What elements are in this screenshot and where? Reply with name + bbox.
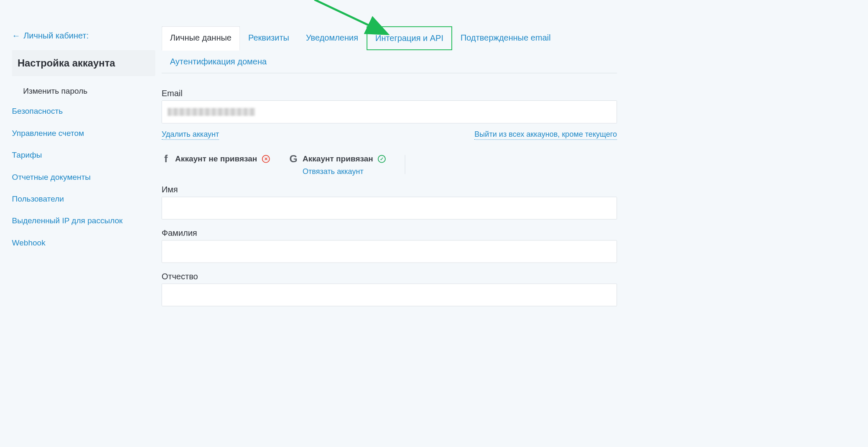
form-area: Email Удалить аккаунт Выйти из всех акка… [162, 73, 617, 306]
sidebar-item-label: Webhook [12, 238, 46, 247]
patronymic-field[interactable] [162, 284, 617, 306]
sidebar-item-users[interactable]: Пользователи [12, 194, 155, 204]
tabs: Личные данные Реквизиты Уведомления Инте… [162, 26, 617, 73]
sidebar-item-label: Тарифы [12, 151, 42, 159]
email-field[interactable] [162, 100, 617, 123]
tab-label: Уведомления [306, 33, 358, 42]
google-block: G Аккаунт привязан ✓ Отвязать аккаунт [289, 153, 386, 176]
sidebar-item-webhook[interactable]: Webhook [12, 238, 155, 248]
facebook-status-text: Аккаунт не привязан [175, 154, 257, 163]
tab-notifications[interactable]: Уведомления [298, 26, 367, 50]
page-title-block: Настройка аккаунта [12, 50, 155, 76]
page-title: Настройка аккаунта [18, 57, 150, 69]
sidebar-item-label: Пользователи [12, 194, 64, 203]
unlink-google-link[interactable]: Отвязать аккаунт [303, 167, 386, 176]
tab-requisites[interactable]: Реквизиты [240, 26, 298, 50]
name-field[interactable] [162, 197, 617, 220]
arrow-left-icon: ← [12, 31, 20, 41]
surname-label: Фамилия [162, 228, 617, 238]
sidebar-item-tariffs[interactable]: Тарифы [12, 151, 155, 160]
sidebar-item-dedicated-ip[interactable]: Выделенный IP для рассылок [12, 216, 155, 225]
tab-label: Подтвержденные email [461, 33, 551, 42]
tab-integration-api[interactable]: Интеграция и API [367, 26, 452, 50]
delete-account-link[interactable]: Удалить аккаунт [162, 130, 219, 140]
facebook-block: f Аккаунт не привязан ✕ [162, 153, 270, 165]
facebook-icon: f [162, 153, 171, 165]
check-circle-icon: ✓ [378, 155, 386, 163]
sidebar-item-reports[interactable]: Отчетные документы [12, 172, 155, 181]
sidebar-item-security[interactable]: Безопасность [12, 107, 155, 116]
sidebar-item-label: Выделенный IP для рассылок [12, 216, 123, 225]
account-action-row: Удалить аккаунт Выйти из всех аккаунов, … [162, 130, 617, 140]
logout-all-link[interactable]: Выйти из всех аккаунов, кроме текущего [474, 130, 617, 140]
sidebar-item-billing[interactable]: Управление счетом [12, 129, 155, 138]
tab-personal-data[interactable]: Личные данные [162, 26, 240, 51]
back-link-label: Личный кабинет: [23, 31, 89, 41]
surname-field[interactable] [162, 240, 617, 263]
main-content: Личные данные Реквизиты Уведомления Инте… [155, 12, 617, 307]
tab-domain-auth[interactable]: Аутентификация домена [162, 50, 275, 73]
back-link[interactable]: ← Личный кабинет: [12, 31, 89, 41]
sidebar: ← Личный кабинет: Настройка аккаунта Изм… [12, 12, 155, 307]
redacted-email [168, 108, 255, 116]
patronymic-label: Отчество [162, 272, 617, 281]
tab-label: Реквизиты [248, 33, 289, 42]
sidebar-item-label: Изменить пароль [23, 87, 87, 95]
google-status-text: Аккаунт привязан [303, 154, 373, 163]
social-accounts-row: f Аккаунт не привязан ✕ G Аккаунт привяз… [162, 153, 617, 176]
sidebar-item-label: Управление счетом [12, 129, 84, 138]
tab-label: Интеграция и API [375, 33, 443, 43]
x-circle-icon: ✕ [262, 155, 270, 163]
sidebar-item-label: Безопасность [12, 107, 63, 115]
email-label: Email [162, 88, 617, 98]
sidebar-item-label: Отчетные документы [12, 172, 91, 181]
page-root: ← Личный кабинет: Настройка аккаунта Изм… [0, 0, 827, 306]
vertical-divider [405, 155, 405, 174]
tab-confirmed-emails[interactable]: Подтвержденные email [452, 26, 559, 50]
tab-label: Личные данные [170, 33, 232, 42]
name-label: Имя [162, 185, 617, 194]
google-icon: G [289, 153, 298, 165]
sidebar-item-change-password[interactable]: Изменить пароль [12, 87, 155, 96]
tab-label: Аутентификация домена [170, 57, 267, 66]
